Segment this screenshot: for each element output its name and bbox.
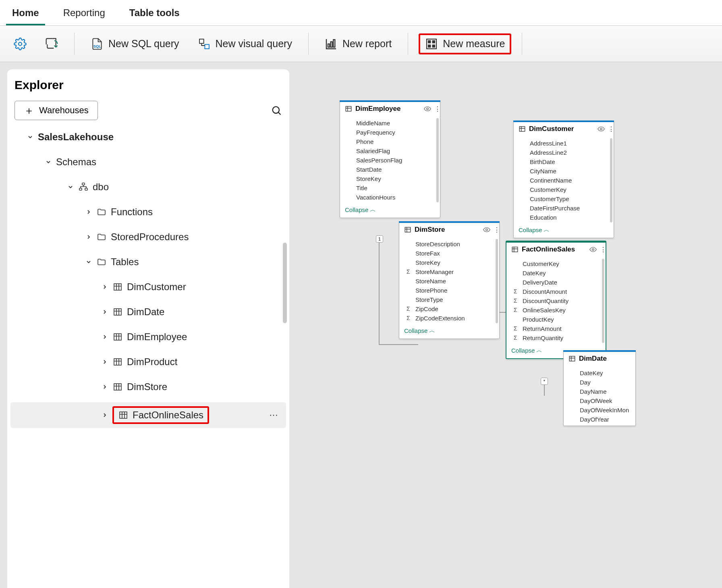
relationship-line: [379, 344, 418, 345]
new-measure-button[interactable]: New measure: [419, 33, 511, 54]
add-warehouses-button[interactable]: ＋ Warehouses: [15, 101, 98, 120]
field-row[interactable]: StoreType: [399, 295, 499, 304]
field-row[interactable]: DateKey: [564, 368, 635, 378]
field-row[interactable]: DeliveryDate: [506, 278, 606, 287]
tree-node-tables[interactable]: Tables: [15, 252, 282, 272]
visibility-icon[interactable]: [589, 247, 597, 252]
tab-home[interactable]: Home: [0, 0, 51, 25]
tree-node-table-dimcustomer[interactable]: DimCustomer: [15, 277, 282, 297]
tree-label: StoredProcedures: [111, 231, 189, 243]
chevron-up-icon: ︿: [544, 226, 550, 234]
collapse-button[interactable]: Collapse︿: [514, 224, 614, 238]
field-row[interactable]: OnlineSalesKey: [506, 305, 606, 315]
field-row[interactable]: ZipCodeExtension: [399, 314, 499, 323]
field-row[interactable]: CustomerType: [514, 194, 614, 204]
field-row[interactable]: StoreFax: [399, 249, 499, 258]
tree-node-table-factonlinesales[interactable]: FactOnlineSales ⋯: [10, 402, 286, 428]
field-row[interactable]: StoreManager: [399, 267, 499, 276]
visibility-icon[interactable]: [424, 106, 431, 111]
field-row[interactable]: ProductKey: [506, 315, 606, 324]
tree-node-lakehouse[interactable]: SalesLakehouse: [15, 127, 282, 147]
svg-rect-8: [428, 41, 430, 43]
field-row[interactable]: AddressLine2: [514, 148, 614, 157]
visibility-icon[interactable]: [598, 127, 605, 131]
card-more-button[interactable]: ⋮: [494, 226, 495, 234]
table-card-dimemployee[interactable]: DimEmployee ⋮ MiddleNamePayFrequencyPhon…: [340, 100, 440, 218]
card-more-button[interactable]: ⋮: [434, 105, 436, 113]
chevron-right-icon: [101, 333, 108, 341]
svg-rect-24: [519, 127, 525, 131]
field-row[interactable]: PayFrequency: [340, 128, 440, 137]
field-row[interactable]: MiddleName: [340, 118, 440, 128]
field-row[interactable]: DayOfWeekInMon: [564, 405, 635, 415]
table-card-dimstore[interactable]: DimStore ⋮ StoreDescriptionStoreFaxStore…: [399, 221, 500, 339]
field-row[interactable]: Title: [340, 183, 440, 193]
explorer-title: Explorer: [15, 78, 282, 92]
tree-node-schemas[interactable]: Schemas: [15, 152, 282, 172]
diagram-canvas[interactable]: 1 * 1 * 1 * * DimEmployee ⋮ MiddleNamePa…: [289, 62, 722, 588]
table-card-factonlinesales[interactable]: FactOnlineSales ⋮ CustomerKeyDateKeyDeli…: [506, 241, 606, 359]
field-row[interactable]: ReturnAmount: [506, 324, 606, 333]
more-options-button[interactable]: ⋯: [269, 410, 282, 420]
field-row[interactable]: SalariedFlag: [340, 146, 440, 156]
field-row[interactable]: CityName: [514, 166, 614, 176]
field-row[interactable]: DateFirstPurchase: [514, 204, 614, 213]
table-icon: [112, 357, 123, 367]
search-button[interactable]: [271, 105, 282, 116]
new-sql-query-button[interactable]: SQL New SQL query: [85, 34, 185, 54]
search-icon: [271, 105, 282, 116]
settings-button[interactable]: [8, 34, 32, 54]
field-row[interactable]: Education: [514, 213, 614, 222]
field-row[interactable]: StoreDescription: [399, 239, 499, 249]
field-row[interactable]: Day: [564, 378, 635, 387]
field-row[interactable]: StoreKey: [340, 174, 440, 183]
svg-rect-28: [512, 247, 518, 252]
tab-table-tools[interactable]: Table tools: [117, 0, 192, 25]
tree-node-functions[interactable]: Functions: [15, 202, 282, 222]
tree-node-dbo[interactable]: dbo: [15, 177, 282, 197]
field-row[interactable]: ContinentName: [514, 176, 614, 185]
field-row[interactable]: CustomerKey: [514, 185, 614, 194]
field-row[interactable]: StorePhone: [399, 286, 499, 295]
svg-text:SQL: SQL: [93, 44, 101, 48]
chevron-up-icon: ︿: [370, 206, 376, 214]
card-more-button[interactable]: ⋮: [600, 246, 602, 253]
new-visual-query-button[interactable]: New visual query: [192, 34, 298, 54]
visibility-icon[interactable]: [483, 227, 490, 232]
refresh-button[interactable]: [39, 34, 64, 54]
collapse-button[interactable]: Collapse︿: [340, 204, 440, 218]
field-row[interactable]: SalesPersonFlag: [340, 156, 440, 165]
tab-reporting[interactable]: Reporting: [51, 0, 117, 25]
tree-node-stored-procedures[interactable]: StoredProcedures: [15, 227, 282, 247]
table-card-dimdate[interactable]: DimDate DateKeyDayDayNameDayOfWeekDayOfW…: [563, 350, 636, 426]
field-row[interactable]: VacationHours: [340, 193, 440, 202]
toolbar-divider: [408, 33, 408, 55]
table-card-dimcustomer[interactable]: DimCustomer ⋮ AddressLine1AddressLine2Bi…: [513, 121, 614, 238]
field-row[interactable]: StoreName: [399, 276, 499, 286]
card-title: FactOnlineSales: [522, 245, 586, 253]
field-row[interactable]: AddressLine1: [514, 139, 614, 148]
tree-node-table-dimproduct[interactable]: DimProduct: [15, 352, 282, 372]
field-row[interactable]: StoreKey: [399, 258, 499, 267]
field-row[interactable]: DayOfWeek: [564, 396, 635, 405]
tree-node-table-dimemployee[interactable]: DimEmployee: [15, 327, 282, 347]
field-row[interactable]: DiscountAmount: [506, 287, 606, 296]
field-row[interactable]: ZipCode: [399, 304, 499, 314]
field-row[interactable]: DayOfYear: [564, 415, 635, 424]
field-row[interactable]: StartDate: [340, 165, 440, 174]
field-row[interactable]: BirthDate: [514, 157, 614, 166]
card-more-button[interactable]: ⋮: [608, 125, 610, 133]
tree-label: Schemas: [56, 156, 96, 168]
field-row[interactable]: CustomerKey: [506, 259, 606, 268]
field-row[interactable]: DateKey: [506, 268, 606, 278]
field-row[interactable]: DayName: [564, 387, 635, 396]
new-report-button[interactable]: New report: [319, 34, 397, 54]
svg-point-29: [592, 249, 594, 251]
tree-node-table-dimstore[interactable]: DimStore: [15, 377, 282, 397]
collapse-button[interactable]: Collapse︿: [399, 324, 499, 339]
field-row[interactable]: ReturnQuantity: [506, 333, 606, 343]
field-row[interactable]: DiscountQuantity: [506, 296, 606, 305]
field-row[interactable]: Phone: [340, 137, 440, 146]
explorer-scrollbar[interactable]: [283, 243, 287, 588]
tree-node-table-dimdate[interactable]: DimDate: [15, 302, 282, 322]
